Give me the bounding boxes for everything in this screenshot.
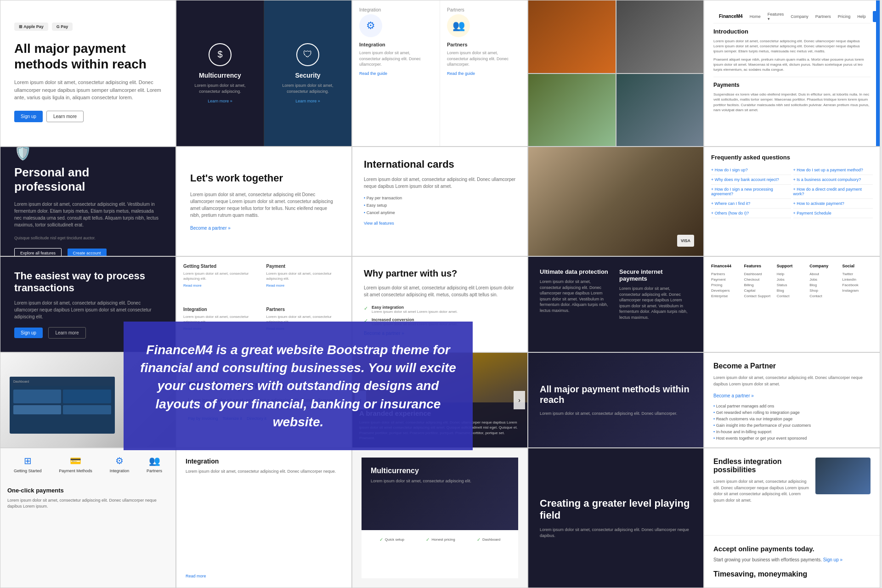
faq-item-10[interactable]: + Payment Schedule xyxy=(793,209,873,218)
nav-help[interactable]: Help xyxy=(857,14,866,19)
qs-features: ✓ Quick setup ✓ Honest pricing ✓ Dashboa… xyxy=(368,537,511,542)
support-link-blog[interactable]: Blog xyxy=(777,288,807,293)
support-link-help[interactable]: Help xyxy=(777,272,807,276)
faq-q-5[interactable]: + Others (how do I)? xyxy=(711,211,791,215)
finance-link-developers[interactable]: Developers xyxy=(711,288,741,293)
accept-online-text: Start growing your business with effortl… xyxy=(713,556,871,563)
faq-item-4[interactable]: + Where can I find it? xyxy=(711,199,791,209)
nav-company[interactable]: Company xyxy=(791,14,808,19)
faq-q-8[interactable]: + How do a direct credit and payment wor… xyxy=(793,187,873,196)
security-desc: Lorem ipsum dolor sit amet, consectetur … xyxy=(273,83,342,94)
integration-bottom-desc: Lorem ipsum dolor sit amet, consectetur … xyxy=(186,469,342,475)
finance-link-pricing[interactable]: Pricing xyxy=(711,283,741,287)
faq-q-7[interactable]: + Is a business account compulsory? xyxy=(793,177,873,182)
faq-item-7[interactable]: + Is a business account compulsory? xyxy=(793,175,873,185)
gs-link-1[interactable]: Read more xyxy=(183,283,262,288)
view-all-features-link[interactable]: View all features xyxy=(364,221,516,226)
why-partner-desc: Lorem ipsum dolor sit amet, consectetur … xyxy=(364,284,516,298)
faq-item-5[interactable]: + Others (how do I)? xyxy=(711,209,791,218)
nav-partners[interactable]: Partners xyxy=(815,14,831,19)
nav-pricing[interactable]: Pricing xyxy=(838,14,851,19)
qs-quick-setup: ✓ Quick setup xyxy=(379,537,404,542)
multicurrency-link[interactable]: Learn more » xyxy=(208,99,232,103)
faq-item-6[interactable]: + How do I set up a payment method? xyxy=(793,165,873,175)
all-major-dark-card: All major payment methods within reach L… xyxy=(528,352,704,448)
explore-button[interactable]: Explore all features xyxy=(14,248,62,256)
faq-item-2[interactable]: + Why does my bank account reject? xyxy=(711,175,791,185)
company-link-shop[interactable]: Shop xyxy=(809,288,840,293)
nav-features[interactable]: Features ▾ xyxy=(768,12,784,21)
nav-item-partners[interactable]: 👥 Partners xyxy=(147,455,162,473)
partners-guide-link[interactable]: Read the guide xyxy=(447,71,520,76)
nav-label-integration: Integration xyxy=(110,469,130,473)
dp-text-1: Lorem ipsum dolor sit amet, consectetur … xyxy=(540,279,612,314)
dp-title-1: Ultimate data protection xyxy=(540,268,612,275)
integration-bottom-link[interactable]: Read more xyxy=(186,574,342,578)
feature-easy-setup: Easy setup xyxy=(364,202,516,209)
social-link-instagram[interactable]: Instagram xyxy=(842,288,873,293)
support-link-status[interactable]: Status xyxy=(777,283,807,287)
faq-q-6[interactable]: + How do I set up a payment method? xyxy=(793,168,873,172)
faq-q-2[interactable]: + Why does my bank account reject? xyxy=(711,177,791,182)
social-link-twitter[interactable]: Twitter xyxy=(842,272,873,276)
social-link-facebook[interactable]: Facebook xyxy=(842,283,873,287)
company-link-contact[interactable]: Contact xyxy=(809,294,840,298)
faq-q-4[interactable]: + Where can I find it? xyxy=(711,201,791,206)
faq-q-10[interactable]: + Payment Schedule xyxy=(793,211,873,215)
data-protection-card: Ultimate data protection Lorem ipsum dol… xyxy=(528,256,704,352)
nav-home[interactable]: Home xyxy=(750,14,761,19)
security-link[interactable]: Learn more » xyxy=(295,99,320,103)
company-link-blog[interactable]: Blog xyxy=(809,283,840,287)
partner-benefit-4: Gain insight into the performance of you… xyxy=(713,422,871,429)
personal-professional-desc: Lorem ipsum dolor sit amet, consectetur … xyxy=(14,201,162,228)
company-link-jobs[interactable]: Jobs xyxy=(809,277,840,282)
work-together-title: Let's work together xyxy=(190,172,338,184)
partners-heading: Partners xyxy=(447,7,520,12)
qs-label-3: Dashboard xyxy=(482,537,500,542)
signup-button[interactable]: Sign up xyxy=(14,111,43,122)
finance-link-enterprise[interactable]: Enterprise xyxy=(711,294,741,298)
slide-next-button[interactable]: › xyxy=(514,391,525,409)
features-link-billing[interactable]: Billing xyxy=(744,283,774,287)
become-partner-cta-link[interactable]: Become a partner » xyxy=(713,393,754,398)
faq-item-1[interactable]: + How do I sign up? xyxy=(711,165,791,175)
faq-q-3[interactable]: + How do I sign a new processing agreeme… xyxy=(711,187,791,196)
features-link-dashboard[interactable]: Dashboard xyxy=(744,272,774,276)
nav-label-payment-methods: Payment Methods xyxy=(59,469,92,473)
accept-online-signup-link[interactable]: Sign up » xyxy=(823,557,842,562)
create-account-button[interactable]: Create account xyxy=(68,249,107,256)
features-link-capital[interactable]: Capital xyxy=(744,288,774,293)
faq-item-3[interactable]: + How do I sign a new processing agreeme… xyxy=(711,185,791,199)
become-partner-link[interactable]: Become a partner » xyxy=(190,226,338,231)
faq-q-9[interactable]: + How to activate payment? xyxy=(793,201,873,206)
faq-column-right: + How do I set up a payment method? + Is… xyxy=(793,165,873,218)
visa-label: VISA xyxy=(677,235,694,247)
gs-desc-2: Lorem ipsum dolor sit amet, consectetur … xyxy=(266,271,345,281)
nav-item-payment-methods[interactable]: 💳 Payment Methods xyxy=(59,455,92,473)
learn-more-button[interactable]: Learn more xyxy=(46,111,84,122)
blue-accent-bar xyxy=(876,0,880,146)
faq-item-9[interactable]: + How to activate payment? xyxy=(793,199,873,209)
finance-link-partners[interactable]: Partners xyxy=(711,272,741,276)
payment-methods-title: All major payment methods within reach xyxy=(14,41,162,72)
features-link-contact[interactable]: Contact Support xyxy=(744,294,774,298)
gs-link-2[interactable]: Read more xyxy=(266,283,345,288)
features-link-checkout[interactable]: Checkout xyxy=(744,277,774,282)
work-together-desc: Lorem ipsum dolor sit amet, consectetur … xyxy=(190,191,338,219)
company-link-about[interactable]: About xyxy=(809,272,840,276)
qs-check-2: ✓ xyxy=(426,537,430,542)
easiest-signup-button[interactable]: Sign up xyxy=(14,328,43,338)
photo-payment xyxy=(528,74,616,147)
faq-q-1[interactable]: + How do I sign up? xyxy=(711,168,791,172)
support-link-jobs[interactable]: Jobs xyxy=(777,277,807,282)
integration-guide-link[interactable]: Read the guide xyxy=(359,71,433,76)
easiest-learn-button[interactable]: Learn more xyxy=(48,327,85,339)
multicurrency-bottom-title: Multicurrency xyxy=(371,467,509,475)
faq-item-8[interactable]: + How do a direct credit and payment wor… xyxy=(793,185,873,199)
personal-professional-buttons: Explore all features Create account xyxy=(14,248,162,256)
nav-item-integration[interactable]: ⚙ Integration xyxy=(110,455,130,473)
social-link-linkedin[interactable]: LinkedIn xyxy=(842,277,873,282)
support-link-contact[interactable]: Contact xyxy=(777,294,807,298)
finance-link-payment[interactable]: Payment xyxy=(711,277,741,282)
nav-item-getting-started[interactable]: ⊞ Getting Started xyxy=(14,455,42,473)
